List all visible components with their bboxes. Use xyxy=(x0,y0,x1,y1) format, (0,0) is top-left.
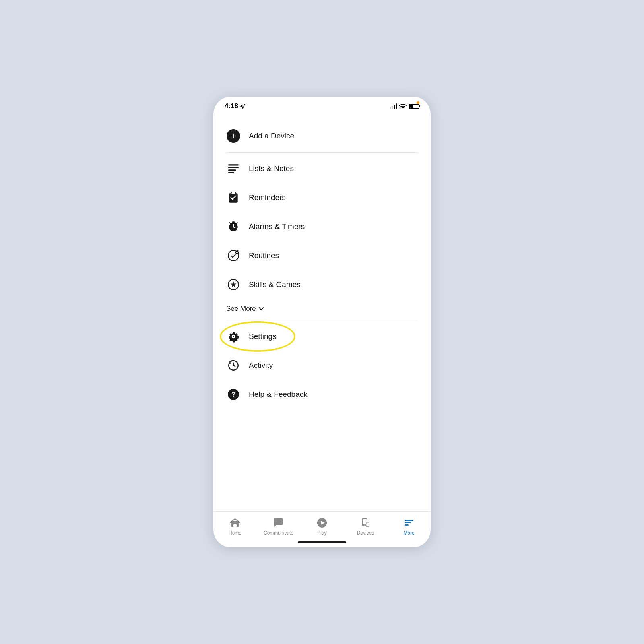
svg-rect-19 xyxy=(233,524,237,527)
skills-games-icon xyxy=(226,277,241,292)
phone-container: 4:18 xyxy=(213,97,431,547)
settings-label: Settings xyxy=(249,332,277,341)
add-device-icon xyxy=(226,129,241,143)
time-text: 4:18 xyxy=(225,102,238,110)
nav-communicate[interactable]: Communicate xyxy=(257,516,300,536)
settings-icon xyxy=(226,329,241,344)
home-nav-label: Home xyxy=(229,530,242,536)
svg-marker-0 xyxy=(241,104,245,108)
home-icon xyxy=(230,518,240,528)
settings-item[interactable]: Settings xyxy=(213,322,431,351)
alarms-timers-icon xyxy=(226,219,241,234)
list-icon xyxy=(227,163,239,175)
gear-icon xyxy=(227,330,239,343)
svg-point-1 xyxy=(402,108,403,109)
signal-bar-3 xyxy=(394,105,395,109)
skills-star-icon xyxy=(227,278,240,291)
alarms-timers-label: Alarms & Timers xyxy=(249,222,305,231)
status-bar: 4:18 xyxy=(213,97,431,114)
activity-label: Activity xyxy=(249,361,273,370)
status-time: 4:18 xyxy=(225,102,245,110)
svg-rect-2 xyxy=(228,164,239,165)
status-icons xyxy=(390,103,419,109)
location-icon xyxy=(240,104,245,109)
lists-notes-label: Lists & Notes xyxy=(249,164,294,173)
more-nav-label: More xyxy=(403,530,414,536)
add-device-item[interactable]: Add a Device xyxy=(213,122,431,151)
plus-icon xyxy=(230,132,237,140)
play-nav-icon xyxy=(316,517,328,528)
see-more-item[interactable]: See More xyxy=(213,299,431,318)
battery-icon xyxy=(409,104,419,109)
lists-notes-item[interactable]: Lists & Notes xyxy=(213,154,431,183)
more-line-2 xyxy=(405,522,411,524)
divider-1 xyxy=(226,152,418,153)
svg-point-24 xyxy=(364,525,365,526)
reminders-item[interactable]: Reminders xyxy=(213,183,431,212)
alarm-icon xyxy=(227,221,239,233)
svg-rect-5 xyxy=(228,172,234,173)
routines-item[interactable]: Routines xyxy=(213,241,431,270)
home-bar xyxy=(298,541,346,543)
more-lines-icon xyxy=(405,520,413,526)
svg-rect-3 xyxy=(228,167,239,168)
wifi-icon xyxy=(399,103,407,109)
signal-bars xyxy=(390,103,397,109)
bottom-nav: Home Communicate Play xyxy=(213,511,431,539)
help-feedback-icon: ? xyxy=(226,387,241,402)
help-feedback-item[interactable]: ? Help & Feedback xyxy=(213,380,431,409)
play-circle-icon xyxy=(317,518,327,528)
signal-bar-2 xyxy=(392,106,393,109)
chevron-down-icon xyxy=(258,306,264,312)
nav-devices[interactable]: Devices xyxy=(344,516,387,536)
see-more-label: See More xyxy=(226,305,256,313)
clipboard-check-icon xyxy=(227,192,239,204)
more-line-3 xyxy=(405,524,409,526)
svg-text:?: ? xyxy=(231,390,235,398)
reminders-label: Reminders xyxy=(249,193,286,202)
devices-nav-icon xyxy=(360,517,371,528)
devices-nav-label: Devices xyxy=(357,530,374,536)
skills-games-label: Skills & Games xyxy=(249,280,301,289)
svg-rect-9 xyxy=(232,221,235,223)
communicate-nav-label: Communicate xyxy=(264,530,293,536)
more-nav-icon xyxy=(403,517,415,528)
routines-icon xyxy=(226,248,241,263)
menu-content: Add a Device Lists & Notes xyxy=(213,114,431,511)
signal-bar-1 xyxy=(390,107,391,109)
signal-bar-4 xyxy=(396,103,397,109)
more-line-1 xyxy=(405,520,413,521)
reminders-icon xyxy=(226,190,241,205)
chat-icon xyxy=(273,518,284,528)
svg-rect-26 xyxy=(367,523,369,526)
routines-circle-check-icon xyxy=(227,249,240,262)
nav-play[interactable]: Play xyxy=(300,516,344,536)
divider-2 xyxy=(226,320,418,320)
play-nav-label: Play xyxy=(317,530,326,536)
history-icon xyxy=(227,359,239,372)
nav-home[interactable]: Home xyxy=(213,516,257,536)
communicate-nav-icon xyxy=(273,517,284,528)
svg-point-14 xyxy=(233,336,234,337)
add-device-label: Add a Device xyxy=(249,132,294,140)
question-circle-icon: ? xyxy=(227,388,239,400)
help-feedback-label: Help & Feedback xyxy=(249,390,308,399)
svg-rect-4 xyxy=(228,169,236,171)
activity-icon xyxy=(226,358,241,373)
activity-item[interactable]: Activity xyxy=(213,351,431,380)
battery-fill xyxy=(410,105,413,108)
devices-icon xyxy=(360,518,371,528)
svg-rect-7 xyxy=(231,192,236,194)
home-nav-icon xyxy=(229,517,241,528)
skills-games-item[interactable]: Skills & Games xyxy=(213,270,431,299)
routines-label: Routines xyxy=(249,251,279,260)
lists-notes-icon xyxy=(226,161,241,176)
nav-more[interactable]: More xyxy=(387,516,431,536)
home-indicator xyxy=(213,539,431,547)
alarms-timers-item[interactable]: Alarms & Timers xyxy=(213,212,431,241)
